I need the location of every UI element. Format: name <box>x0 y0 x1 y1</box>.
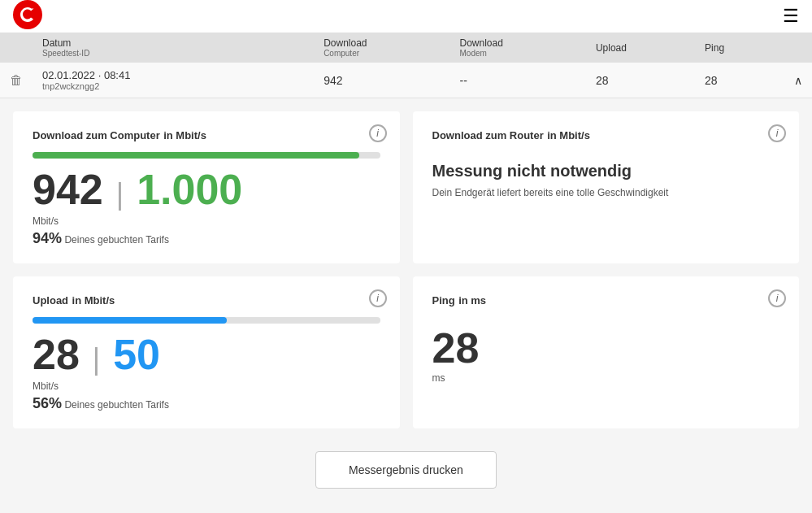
col-expand <box>779 33 812 63</box>
download-computer-progress-fill <box>33 152 359 159</box>
col-datum: Datum Speedtest-ID <box>33 33 314 63</box>
print-button-container: Messergebnis drucken <box>0 441 812 505</box>
vodafone-logo <box>13 0 42 33</box>
download-computer-cell: 942 <box>314 63 449 98</box>
print-button[interactable]: Messergebnis drucken <box>315 451 497 489</box>
download-router-title: Download zum Router in Mbit/s <box>432 128 780 142</box>
download-computer-title: Download zum Computer in Mbit/s <box>33 128 380 142</box>
cards-container: Download zum Computer in Mbit/s i 942 | … <box>0 98 812 441</box>
svg-point-0 <box>13 0 42 29</box>
ping-card: Ping in ms i 28 ms <box>413 276 800 428</box>
date-cell: 02.01.2022 · 08:41 tnp2wckzngg2 <box>33 63 314 98</box>
download-computer-info-button[interactable]: i <box>369 124 387 142</box>
col-delete <box>0 33 33 63</box>
upload-card: Upload in Mbit/s i 28 | 50 Mbit/s 56% De… <box>13 276 400 428</box>
download-computer-card: Download zum Computer in Mbit/s i 942 | … <box>13 111 400 263</box>
download-computer-speed: 942 | 1.000 <box>33 165 380 214</box>
upload-title: Upload in Mbit/s <box>33 293 380 307</box>
delete-icon[interactable]: 🗑 <box>10 73 23 87</box>
col-ping: Ping <box>695 33 779 63</box>
download-router-card: Download zum Router in Mbit/s i Messung … <box>413 111 800 263</box>
ping-title: Ping in ms <box>432 293 780 307</box>
upload-speed: 28 | 50 <box>33 330 380 379</box>
results-table: Datum Speedtest-ID Download Computer Dow… <box>0 33 812 98</box>
col-download-modem: Download Modem <box>450 33 586 63</box>
col-upload: Upload <box>586 33 695 63</box>
ping-cell: 28 <box>695 63 779 98</box>
download-modem-cell: -- <box>450 63 586 98</box>
download-router-info-button[interactable]: i <box>768 124 786 142</box>
delete-cell[interactable]: 🗑 <box>0 63 33 98</box>
expand-cell[interactable]: ∧ <box>779 63 812 98</box>
ping-info-button[interactable]: i <box>768 289 786 307</box>
upload-progress-bg <box>33 317 380 324</box>
upload-cell: 28 <box>586 63 695 98</box>
col-download-computer: Download Computer <box>314 33 449 63</box>
upload-tariff: 56% Deines gebuchten Tarifs <box>33 395 380 412</box>
hamburger-icon[interactable]: ☰ <box>783 6 799 27</box>
table-row: 🗑 02.01.2022 · 08:41 tnp2wckzngg2 942 --… <box>0 63 812 98</box>
download-computer-tariff: 94% Deines gebuchten Tarifs <box>33 230 380 247</box>
download-computer-progress-bg <box>33 152 380 159</box>
header: ☰ <box>0 0 812 33</box>
upload-progress-fill <box>33 317 227 324</box>
upload-info-button[interactable]: i <box>369 289 387 307</box>
